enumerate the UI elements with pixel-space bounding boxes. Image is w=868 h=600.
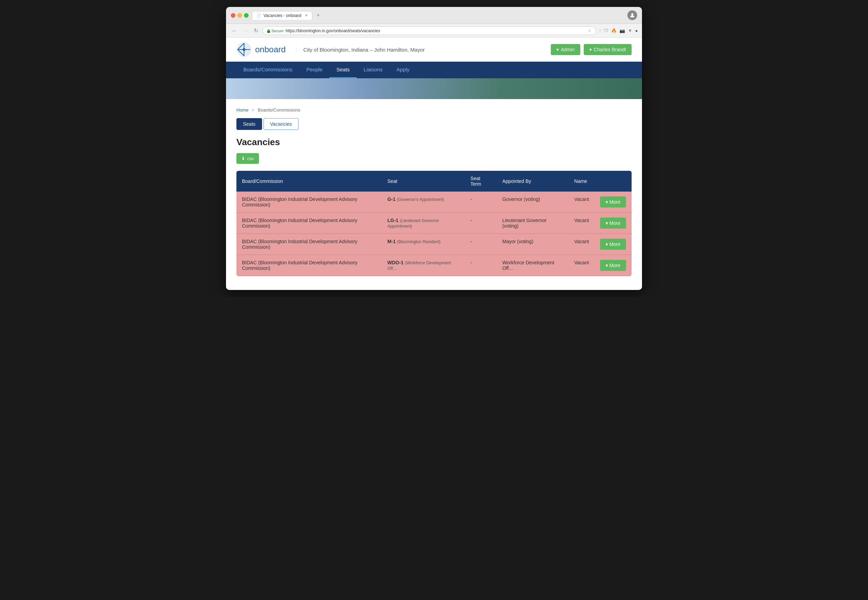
cell-name-2: Vacant [569,234,595,255]
refresh-button[interactable]: ↻ [252,27,259,35]
cell-appointed-by-3: Workforce Development Off… [497,255,569,276]
breadcrumb-home[interactable]: Home [237,108,249,112]
site-title: City of Bloomington, Indiana – John Hami… [296,47,425,53]
logo-svg [237,42,252,57]
address-bar[interactable]: Secure https://bloomington.in.gov/onboar… [263,26,596,35]
col-header-name: Name [569,171,595,192]
browser-titlebar: 📄 Vacancies - onboard ✕ + [226,7,642,24]
user-menu-button[interactable]: ▾ Charles Brandt [584,44,631,55]
flame-icon[interactable]: 🔥 [611,28,617,33]
cell-name-1: Vacant [569,213,595,234]
user-name-label: Charles Brandt [594,47,626,52]
tab-close-button[interactable]: ✕ [305,13,308,18]
seats-tab-button[interactable]: Seats [237,118,262,130]
table-row: BIDAC (Bloomington Industrial Developmen… [237,192,631,213]
traffic-light-maximize[interactable] [244,13,249,18]
url-text: https://bloomington.in.gov/onboard/seats… [286,29,586,33]
bookmark-icon[interactable]: ☆ [587,28,592,33]
chevron-more-icon-0: ▾ [605,199,608,205]
browser-tab[interactable]: 📄 Vacancies - onboard ✕ [252,11,312,20]
logo-text: onboard [255,45,286,55]
cell-appointed-by-0: Governor (voting) [497,192,569,213]
col-header-actions [595,171,631,192]
vacancies-table: Board/Commission Seat Seat Term Appointe… [237,171,631,276]
shield-icon[interactable]: 🛡 [604,28,609,33]
csv-label: csv [247,156,254,161]
nav-apply[interactable]: Apply [390,62,417,78]
cell-board-2: BIDAC (Bloomington Industrial Developmen… [237,234,382,255]
tab-title: Vacancies - onboard [264,13,301,18]
more-button-2[interactable]: ▾ More [600,239,626,250]
site-nav: Boards/Commissions People Seats Liaisons… [226,62,642,78]
cell-seat-term-2: - [465,234,497,255]
site-header: onboard City of Bloomington, Indiana – J… [226,38,642,62]
circle-green-icon: ● [635,28,638,33]
svg-point-0 [631,13,633,15]
download-icon: ⬇ [241,156,245,161]
table-row: BIDAC (Bloomington Industrial Developmen… [237,255,631,276]
new-tab-button[interactable]: + [314,11,322,19]
seat-main-3: WDO-1 [387,260,404,265]
forward-button[interactable]: → [241,27,250,35]
breadcrumb-separator: > [252,108,255,112]
admin-button[interactable]: ▾ Admin [551,44,580,55]
cell-seat-1: LG-1 (Lieutenant Governor Appointment) [382,213,464,234]
cell-seat-term-1: - [465,213,497,234]
nav-boards-commissions[interactable]: Boards/Commissions [237,62,299,78]
nav-liaisons[interactable]: Liaisons [357,62,390,78]
tab-bar: 📄 Vacancies - onboard ✕ + [252,11,624,20]
svg-point-7 [243,48,246,51]
browser-profile-icon[interactable] [627,11,637,20]
vacancies-tab-button[interactable]: Vacancies [264,118,299,130]
more-button-0[interactable]: ▾ More [600,196,626,208]
cell-seat-term-0: - [465,192,497,213]
nav-seats[interactable]: Seats [329,62,357,78]
cell-board-1: BIDAC (Bloomington Industrial Developmen… [237,213,382,234]
admin-label: Admin [561,47,575,52]
chevron-down-icon-2: ▾ [589,47,592,52]
col-header-board: Board/Commission [237,171,382,192]
cell-board-3: BIDAC (Bloomington Industrial Developmen… [237,255,382,276]
nav-people[interactable]: People [299,62,330,78]
browser-window: 📄 Vacancies - onboard ✕ + ← → ↻ Secure [226,7,642,290]
seat-main-1: LG-1 [387,218,398,223]
back-button[interactable]: ← [230,27,238,35]
tab-favicon: 📄 [256,13,261,18]
seat-sub-2: (Bloomington Resident) [397,239,440,244]
filter-icon[interactable]: ▼ [628,28,632,33]
cell-seat-0: G-1 (Governor's Appointment) [382,192,464,213]
more-button-3[interactable]: ▾ More [600,260,626,271]
seat-sub-0: (Governor's Appointment) [397,197,444,202]
cell-seat-term-3: - [465,255,497,276]
col-header-appointed-by: Appointed By [497,171,569,192]
breadcrumb-current: Boards/Commissions [258,108,300,112]
col-header-seat-term: Seat Term [465,171,497,192]
table-row: BIDAC (Bloomington Industrial Developmen… [237,234,631,255]
seat-main-2: M-1 [387,239,396,244]
camera-icon[interactable]: 📷 [619,28,625,33]
cell-more-1: ▾ More [595,213,631,234]
cell-name-3: Vacant [569,255,595,276]
cell-seat-3: WDO-1 (Workforce Development Off… [382,255,464,276]
header-buttons: ▾ Admin ▾ Charles Brandt [551,44,631,55]
cell-more-2: ▾ More [595,234,631,255]
traffic-light-close[interactable] [231,13,235,18]
chevron-down-icon: ▾ [556,47,559,52]
breadcrumb: Home > Boards/Commissions [237,108,631,112]
chevron-more-icon-2: ▾ [605,241,608,247]
more-button-1[interactable]: ▾ More [600,218,626,229]
traffic-light-minimize[interactable] [237,13,242,18]
main-content: Home > Boards/Commissions Seats Vacancie… [226,99,642,290]
cell-appointed-by-2: Mayor (voting) [497,234,569,255]
extensions-icon[interactable]: ↑ [599,28,601,33]
svg-rect-1 [267,30,270,33]
cell-seat-2: M-1 (Bloomington Resident) [382,234,464,255]
chevron-more-icon-3: ▾ [605,262,608,268]
chevron-more-icon-1: ▾ [605,220,608,226]
browser-toolbar: ← → ↻ Secure https://bloomington.in.gov/… [226,24,642,38]
seat-main-0: G-1 [387,196,395,202]
cell-board-0: BIDAC (Bloomington Industrial Developmen… [237,192,382,213]
csv-download-button[interactable]: ⬇ csv [237,153,259,164]
cell-name-0: Vacant [569,192,595,213]
tab-buttons: Seats Vacancies [237,118,631,130]
